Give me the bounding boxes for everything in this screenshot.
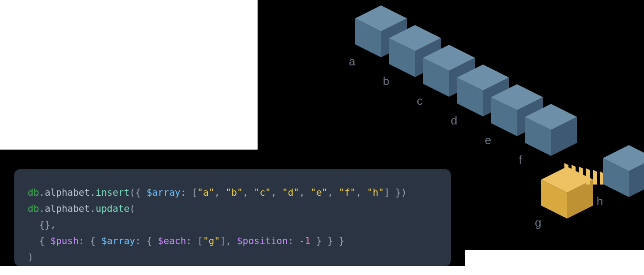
code-punc: ], — [220, 236, 237, 246]
code-key-array2: $array — [101, 236, 135, 246]
cube-e — [517, 84, 517, 85]
code-punc: : { — [79, 236, 102, 246]
code-num: -1 — [299, 236, 310, 246]
svg-rect-21 — [564, 163, 568, 184]
cube-d — [483, 64, 483, 65]
cube-f — [551, 104, 551, 104]
code-array-literals: "a", "b", "c", "d", "e", "f", "h" — [197, 187, 384, 198]
code-dot: . — [90, 187, 96, 198]
code-punc: { — [28, 236, 51, 246]
cube-label-b: b — [383, 74, 389, 88]
code-line5: ) — [28, 252, 34, 262]
code-fn-insert: insert — [96, 187, 130, 198]
code-key-position: $position — [237, 236, 288, 246]
code-punc: : — [288, 236, 299, 246]
code-line3: {}, — [28, 219, 56, 230]
code-dot: . — [39, 203, 45, 214]
code-dot: . — [90, 203, 96, 214]
svg-rect-25 — [593, 170, 597, 185]
cube-label-g: g — [535, 216, 541, 230]
code-punc: : [ — [186, 236, 203, 246]
cube-b — [415, 25, 415, 26]
code-db-1: db — [28, 187, 39, 198]
code-punc: ( — [130, 203, 136, 214]
code-key-array: $array — [147, 187, 181, 198]
cube-label-f: f — [519, 153, 522, 167]
cube-h — [629, 145, 629, 146]
svg-rect-23 — [579, 167, 583, 185]
cube-label-a: a — [349, 55, 355, 69]
code-coll-1: alphabet — [45, 187, 90, 198]
code-key-each: $each — [158, 236, 186, 246]
code-punc: : [ — [180, 187, 197, 198]
white-mask-top-left — [0, 0, 258, 150]
cube-label-d: d — [451, 114, 457, 128]
cube-label-c: c — [417, 94, 423, 108]
code-punc: ] }) — [384, 187, 407, 198]
cube-label-h: h — [597, 194, 603, 208]
code-fn-update: update — [96, 203, 130, 214]
white-mask-right — [465, 250, 644, 275]
cube-c — [449, 45, 449, 45]
code-dot: . — [39, 187, 45, 198]
code-card: db.alphabet.insert({ $array: ["a", "b", … — [14, 169, 451, 266]
code-punc: } } } — [310, 236, 344, 246]
code-punc: : { — [135, 236, 158, 246]
code-db-2: db — [28, 203, 39, 214]
code-str-g: "g" — [203, 236, 220, 246]
code-coll-2: alphabet — [45, 203, 90, 214]
code-punc: ({ — [130, 187, 147, 198]
cube-label-e: e — [485, 133, 491, 147]
cube-a — [381, 5, 381, 6]
code-key-push: $push — [51, 236, 79, 246]
svg-rect-22 — [572, 165, 576, 185]
svg-rect-24 — [586, 168, 590, 185]
